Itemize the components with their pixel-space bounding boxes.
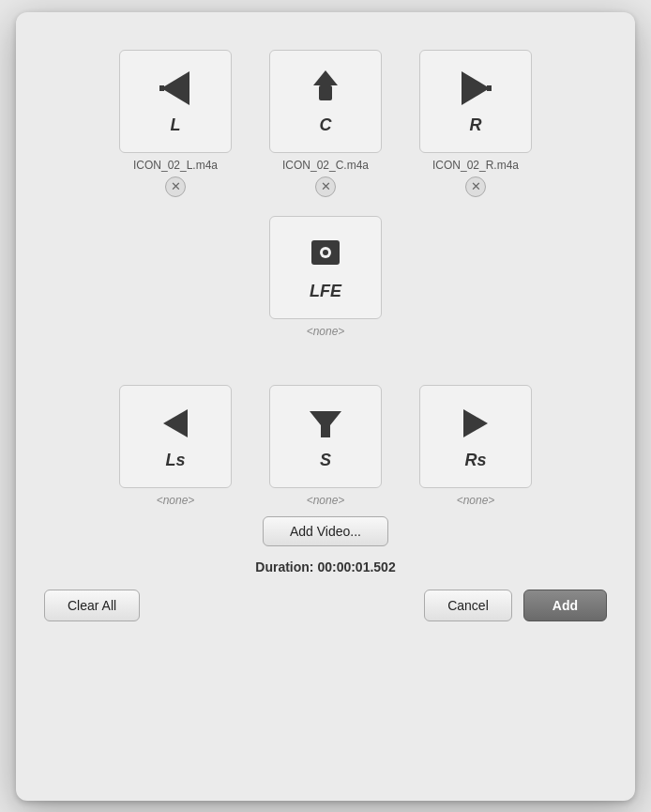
clear-all-button[interactable]: Clear All bbox=[44, 590, 140, 621]
channel-r-label: R bbox=[470, 115, 482, 135]
svg-marker-9 bbox=[163, 409, 188, 437]
cancel-button[interactable]: Cancel bbox=[424, 590, 512, 621]
svg-rect-1 bbox=[159, 85, 164, 91]
lfe-row: LFE <none> bbox=[44, 216, 607, 338]
channel-lfe: LFE <none> bbox=[265, 216, 386, 338]
svg-marker-10 bbox=[310, 411, 341, 437]
channel-rs-box[interactable]: Rs bbox=[419, 385, 532, 488]
svg-marker-0 bbox=[161, 71, 189, 105]
channel-c-remove[interactable]: ✕ bbox=[315, 176, 336, 197]
svg-marker-3 bbox=[313, 70, 338, 85]
bottom-channel-row: Ls <none> S <none> Rs <none> bbox=[44, 385, 607, 507]
channel-c-label: C bbox=[320, 115, 332, 135]
svg-rect-5 bbox=[487, 85, 492, 91]
channel-ls-filename: <none> bbox=[157, 494, 195, 507]
footer-buttons: Clear All Cancel Add bbox=[44, 590, 607, 621]
channel-r-box[interactable]: R bbox=[419, 50, 532, 153]
channel-lfe-box[interactable]: LFE bbox=[269, 216, 382, 319]
channel-s-label: S bbox=[320, 451, 331, 470]
arrow-left-icon bbox=[152, 67, 199, 110]
channel-rs-filename: <none> bbox=[457, 494, 495, 507]
svg-marker-11 bbox=[463, 409, 488, 437]
speaker-icon bbox=[302, 67, 349, 110]
spacer bbox=[44, 347, 607, 366]
arrow-rs-icon bbox=[452, 402, 499, 445]
add-video-button[interactable]: Add Video... bbox=[263, 516, 388, 546]
channel-l-filename: ICON_02_L.m4a bbox=[133, 159, 218, 172]
dialog: L ICON_02_L.m4a ✕ C ICON_02_C.m4a ✕ bbox=[16, 12, 635, 801]
svg-rect-2 bbox=[319, 85, 332, 100]
channel-ls-label: Ls bbox=[165, 451, 185, 470]
channel-ls: Ls <none> bbox=[114, 385, 236, 507]
channel-s: S <none> bbox=[265, 385, 386, 507]
right-buttons: Cancel Add bbox=[424, 590, 607, 621]
channel-r-filename: ICON_02_R.m4a bbox=[432, 159, 519, 172]
duration-label: Duration: 00:00:01.502 bbox=[255, 559, 395, 575]
channel-rs-label: Rs bbox=[464, 451, 486, 470]
channel-l-label: L bbox=[171, 115, 181, 135]
channel-c: C ICON_02_C.m4a ✕ bbox=[265, 50, 386, 197]
channel-r-remove[interactable]: ✕ bbox=[465, 176, 486, 197]
top-channel-row: L ICON_02_L.m4a ✕ C ICON_02_C.m4a ✕ bbox=[44, 50, 607, 197]
bottom-section: Add Video... Duration: 00:00:01.502 bbox=[44, 516, 607, 575]
channel-r: R ICON_02_R.m4a ✕ bbox=[415, 50, 537, 197]
funnel-icon bbox=[302, 402, 349, 445]
channel-s-filename: <none> bbox=[307, 494, 345, 507]
channel-s-box[interactable]: S bbox=[269, 385, 382, 488]
add-button[interactable]: Add bbox=[523, 590, 607, 621]
svg-point-8 bbox=[323, 250, 328, 255]
channel-lfe-label: LFE bbox=[310, 282, 341, 301]
channel-l-box[interactable]: L bbox=[119, 50, 232, 153]
arrow-ls-icon bbox=[152, 402, 199, 445]
channel-l-remove[interactable]: ✕ bbox=[165, 176, 186, 197]
channel-c-box[interactable]: C bbox=[269, 50, 382, 153]
svg-marker-4 bbox=[462, 71, 490, 105]
channel-c-filename: ICON_02_C.m4a bbox=[282, 159, 369, 172]
lfe-icon bbox=[302, 233, 349, 276]
channel-lfe-filename: <none> bbox=[307, 325, 345, 338]
channel-ls-box[interactable]: Ls bbox=[119, 385, 232, 488]
arrow-right-icon bbox=[452, 67, 499, 110]
channel-rs: Rs <none> bbox=[415, 385, 537, 507]
channel-l: L ICON_02_L.m4a ✕ bbox=[114, 50, 236, 197]
